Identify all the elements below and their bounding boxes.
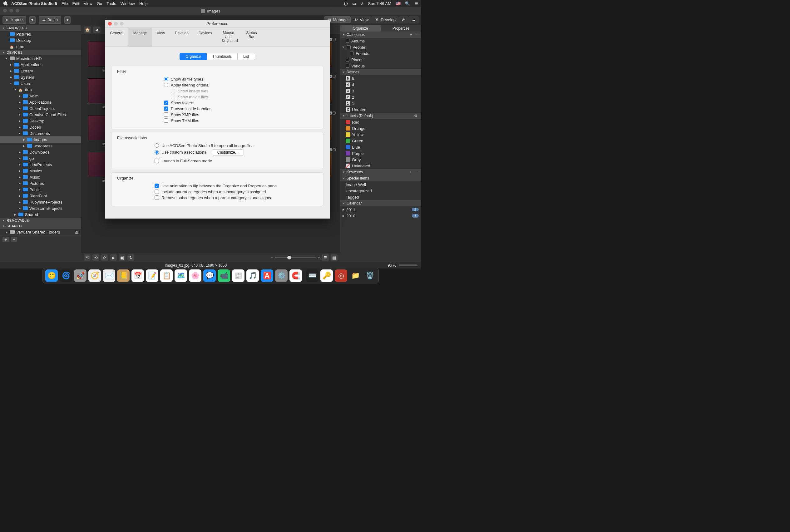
expand-chevron-icon[interactable]: ▶ bbox=[18, 201, 21, 204]
categories-add-remove[interactable]: + − bbox=[410, 33, 419, 37]
grp-special[interactable]: Special Items bbox=[340, 175, 421, 182]
prefs-zoom-icon[interactable] bbox=[120, 22, 124, 25]
compare-icon[interactable]: ▣ bbox=[119, 254, 126, 261]
tree-item[interactable]: ▶ CLionProjects bbox=[0, 105, 81, 112]
tree-item[interactable]: ▼ Documents bbox=[0, 130, 81, 136]
zoom-out-icon[interactable]: − bbox=[271, 255, 274, 260]
prefs-tab-general[interactable]: General bbox=[105, 28, 128, 46]
menubar-power-icon[interactable]: ⏻ bbox=[344, 1, 348, 6]
section-devices[interactable]: DEVICES bbox=[0, 50, 81, 55]
tree-item[interactable]: ▶ RubymineProjects bbox=[0, 199, 81, 205]
apple-menu-icon[interactable] bbox=[3, 1, 8, 6]
close-window-icon[interactable] bbox=[3, 9, 7, 13]
label-item[interactable]: Orange bbox=[340, 125, 421, 131]
special-item[interactable]: Image Well bbox=[340, 182, 421, 188]
label-item[interactable]: Green bbox=[340, 138, 421, 144]
batch-button[interactable]: ≣ Batch bbox=[39, 16, 61, 24]
chk-fullscreen[interactable] bbox=[154, 158, 159, 163]
special-item[interactable]: Tagged bbox=[340, 194, 421, 200]
tree-item[interactable]: ▶ Adlm bbox=[0, 93, 81, 99]
label-item[interactable]: Yellow bbox=[340, 131, 421, 138]
batch-dropdown[interactable]: ▾ bbox=[64, 16, 71, 24]
expand-chevron-icon[interactable]: ▶ bbox=[18, 176, 21, 178]
expand-chevron-icon[interactable]: ▼ bbox=[18, 132, 21, 135]
expand-chevron-icon[interactable]: ▶ bbox=[18, 126, 21, 129]
chk-animation[interactable] bbox=[154, 184, 159, 188]
tree-item[interactable]: ▶ WebstormProjects bbox=[0, 205, 81, 211]
expand-chevron-icon[interactable]: ▶ bbox=[18, 163, 21, 166]
tag-badge[interactable] bbox=[333, 112, 336, 115]
expand-chevron-icon[interactable]: ▼ bbox=[14, 88, 17, 91]
grp-calendar[interactable]: Calendar bbox=[340, 200, 421, 206]
dock-notes-icon[interactable]: 📝 bbox=[146, 269, 158, 282]
dock-finder-icon[interactable]: 🙂 bbox=[45, 269, 58, 282]
expand-chevron-icon[interactable]: ▶ bbox=[18, 182, 21, 185]
tree-item[interactable]: ▶ RightFont bbox=[0, 193, 81, 199]
play-icon[interactable]: ▶ bbox=[110, 254, 117, 261]
mode-360[interactable]: ⟳ bbox=[399, 16, 409, 23]
grp-categories[interactable]: Categories+ − bbox=[340, 32, 421, 38]
chevron-right-icon[interactable]: ▶ bbox=[342, 208, 344, 211]
labels-gear-icon[interactable]: ⚙ bbox=[414, 114, 419, 118]
prefs-tab-mouse-and-keyboard[interactable]: Mouse and Keyboard bbox=[217, 28, 240, 46]
thumb-size-slider[interactable] bbox=[275, 257, 316, 258]
expand-chevron-icon[interactable]: ▶ bbox=[18, 107, 21, 110]
category-item[interactable]: Various bbox=[340, 63, 421, 69]
label-item[interactable]: Blue bbox=[340, 144, 421, 150]
dock-maps-icon[interactable]: 🗺️ bbox=[174, 269, 187, 282]
tree-item[interactable]: ▶ Pictures bbox=[0, 180, 81, 186]
mode-sync[interactable]: ☁ bbox=[409, 16, 419, 23]
nav-back-icon[interactable]: ◀ bbox=[93, 26, 100, 33]
expand-chevron-icon[interactable]: ▶ bbox=[18, 157, 21, 160]
prefs-tab-view[interactable]: View bbox=[152, 28, 170, 46]
tree-item[interactable]: ▶ Shared bbox=[0, 211, 81, 217]
expand-chevron-icon[interactable]: ▶ bbox=[18, 194, 21, 197]
category-item[interactable]: Places bbox=[340, 57, 421, 63]
favorite-item[interactable]: Desktop bbox=[0, 37, 81, 43]
section-shared[interactable]: SHARED bbox=[0, 223, 81, 229]
tag-badge[interactable] bbox=[333, 148, 336, 151]
prefs-tab-devices[interactable]: Devices bbox=[193, 28, 217, 46]
seg-list[interactable]: List bbox=[238, 53, 255, 60]
expand-chevron-icon[interactable]: ▶ bbox=[18, 188, 21, 191]
customize-button[interactable]: Customize… bbox=[212, 149, 244, 155]
tree-item[interactable]: ▼ dmx bbox=[0, 87, 81, 93]
expand-chevron-icon[interactable]: ▶ bbox=[18, 151, 21, 154]
section-removable[interactable]: REMOVABLE bbox=[0, 217, 81, 223]
dock-reminders-icon[interactable]: 📋 bbox=[160, 269, 173, 282]
calendar-item[interactable]: ▶ 2011 2 bbox=[340, 206, 421, 213]
category-checkbox[interactable] bbox=[347, 45, 351, 49]
prefs-tab-manage[interactable]: Manage bbox=[128, 28, 152, 46]
mode-view[interactable]: 👁View bbox=[351, 16, 372, 23]
radio-apply-filter[interactable] bbox=[164, 83, 168, 87]
tree-item[interactable]: ▶ Movies bbox=[0, 168, 81, 174]
nav-home-icon[interactable]: 🏠 bbox=[84, 26, 91, 33]
prefs-minimize-icon[interactable] bbox=[114, 22, 118, 25]
label-item[interactable]: Purple bbox=[340, 150, 421, 156]
chk-include-parent[interactable] bbox=[154, 190, 159, 194]
tag-badge[interactable] bbox=[333, 38, 336, 41]
expand-chevron-icon[interactable]: ▶ bbox=[10, 63, 13, 66]
radio-show-all[interactable] bbox=[164, 77, 168, 81]
radio-custom-assoc[interactable] bbox=[154, 150, 159, 154]
dock-settings-icon[interactable]: ⚙️ bbox=[275, 269, 287, 282]
rating-item[interactable]: 5 5 bbox=[340, 75, 421, 81]
chk-remove-sub[interactable] bbox=[154, 195, 159, 200]
dock-terminal-icon[interactable]: ⌨️ bbox=[306, 269, 319, 282]
prefs-tab-status-bar[interactable]: Status Bar bbox=[240, 28, 263, 46]
eject-icon[interactable]: ⏏ bbox=[75, 230, 79, 234]
dock-downloads-icon[interactable]: 📁 bbox=[349, 269, 362, 282]
chk-show-folders[interactable] bbox=[164, 100, 168, 105]
expand-chevron-icon[interactable]: ▼ bbox=[10, 82, 13, 85]
category-checkbox[interactable] bbox=[346, 58, 350, 61]
menu-view[interactable]: View bbox=[84, 1, 92, 6]
rating-item[interactable]: 3 3 bbox=[340, 88, 421, 94]
category-checkbox[interactable] bbox=[346, 64, 350, 68]
category-item[interactable]: ▼ People bbox=[340, 44, 421, 50]
rating-item[interactable]: 2 2 bbox=[340, 94, 421, 100]
import-button[interactable]: ⇤ Import bbox=[2, 16, 26, 24]
dock-news-icon[interactable]: 📰 bbox=[232, 269, 244, 282]
label-item[interactable]: Gray bbox=[340, 156, 421, 163]
tree-item[interactable]: ▶ Applications bbox=[0, 99, 81, 105]
expand-chevron-icon[interactable]: ▶ bbox=[5, 231, 8, 233]
